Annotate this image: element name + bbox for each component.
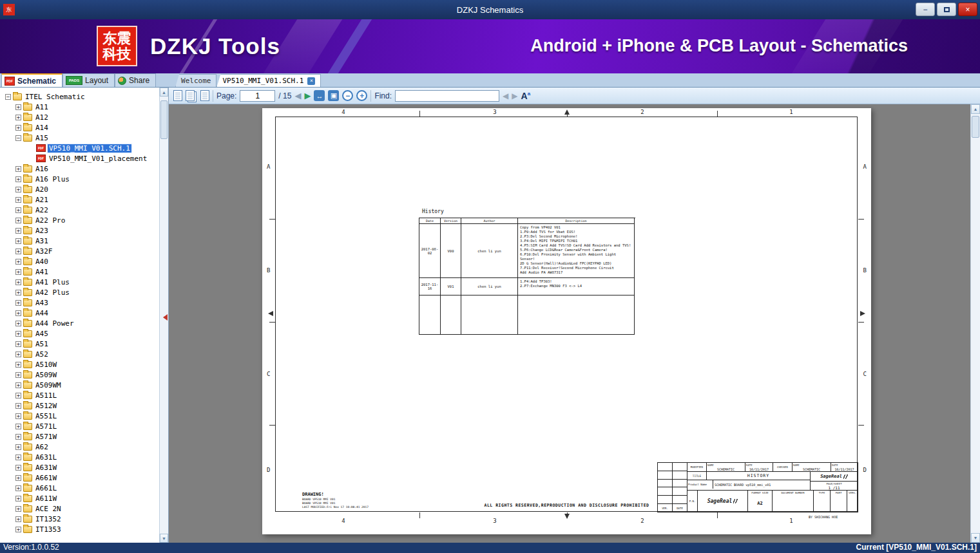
tree-expander-icon[interactable]: + (15, 279, 21, 285)
tree-item[interactable]: + A22 (0, 205, 159, 215)
tree-expander-icon[interactable]: + (15, 197, 21, 203)
pdf-viewer[interactable]: 4 3 2 1 4 3 2 1 A B C D A B C D (169, 104, 980, 543)
find-input[interactable] (395, 90, 499, 102)
two-page-view-icon[interactable] (186, 90, 195, 101)
tree-expander-icon[interactable]: − (15, 135, 21, 141)
tree-item[interactable]: + A571W (0, 431, 159, 442)
tree-item[interactable]: + A62 (0, 442, 159, 452)
tree-item[interactable]: + A44 Power (0, 318, 159, 328)
tree-expander-icon[interactable]: − (5, 94, 11, 100)
tree-item[interactable]: + A509WM (0, 380, 159, 390)
tree-expander-icon[interactable]: + (15, 176, 21, 182)
tree-item[interactable]: + A512W (0, 400, 159, 411)
tab-document[interactable]: VP510_MMI_V01.SCH.1 × (216, 74, 321, 87)
tree-item[interactable]: + A571L (0, 421, 159, 431)
maximize-button[interactable] (937, 3, 956, 16)
find-next-icon[interactable]: ▶ (512, 91, 517, 100)
tree-item[interactable]: + A43 (0, 297, 159, 308)
tree-expander-icon[interactable]: + (15, 290, 21, 295)
tree-expander-icon[interactable] (28, 145, 34, 151)
tree-expander-icon[interactable]: + (15, 125, 21, 131)
zoom-out-icon[interactable]: − (342, 90, 353, 101)
tree-expander-icon[interactable]: + (15, 372, 21, 378)
tree-expander-icon[interactable]: + (15, 424, 21, 429)
scroll-up-icon[interactable]: ▲ (160, 88, 168, 97)
tree-expander-icon[interactable]: + (15, 496, 21, 501)
tree-expander-icon[interactable]: + (15, 413, 21, 419)
tree-item[interactable]: + A14 (0, 122, 159, 133)
tree-item[interactable]: + A16 (0, 164, 159, 174)
tree-item[interactable]: + A22 Pro (0, 215, 159, 225)
tree-item[interactable]: + A12 (0, 112, 159, 122)
tree-item[interactable]: + A41 Plus (0, 277, 159, 287)
tree-item[interactable]: + A11 (0, 102, 159, 112)
zoom-in-icon[interactable]: + (356, 90, 367, 101)
tree-item[interactable]: + A51 (0, 339, 159, 349)
sidebar-collapse-icon[interactable] (163, 314, 168, 321)
viewer-scrollbar[interactable]: ▲ ▼ (970, 104, 980, 543)
tree-expander-icon[interactable]: + (15, 506, 21, 512)
tree-expander-icon[interactable]: + (15, 444, 21, 450)
viewer-scrollbar-thumb[interactable] (972, 116, 979, 138)
close-tab-icon[interactable]: × (307, 77, 315, 85)
tree-item[interactable]: + A44 (0, 308, 159, 318)
tree-expander-icon[interactable]: + (15, 218, 21, 223)
tree-item[interactable]: PDF VP510_MMI_V01_placement (0, 153, 159, 164)
tree-expander-icon[interactable]: + (15, 362, 21, 368)
tree-expander-icon[interactable]: + (15, 393, 21, 398)
tree-item[interactable]: + A611W (0, 493, 159, 503)
text-size-icon[interactable]: Aa (521, 91, 531, 101)
tree-expander-icon[interactable]: + (15, 238, 21, 244)
scroll-down-icon[interactable]: ▼ (971, 533, 980, 543)
tree-expander-icon[interactable]: + (15, 331, 21, 337)
tab-welcome[interactable]: Welcome (175, 74, 216, 87)
sidebar-scrollbar-thumb[interactable] (160, 100, 168, 139)
tree-item[interactable]: + A42 Plus (0, 287, 159, 297)
tree-expander-icon[interactable]: + (15, 475, 21, 481)
tree-expander-icon[interactable]: + (15, 341, 21, 347)
tree-item[interactable]: + A509W (0, 370, 159, 380)
tab-schematic[interactable]: PDF Schematic (1, 73, 62, 87)
fit-page-icon[interactable]: ▣ (328, 90, 339, 101)
tree-item[interactable]: − A15 (0, 133, 159, 143)
tree-item[interactable]: + A52 (0, 349, 159, 359)
tree-item[interactable]: + A40 (0, 256, 159, 267)
tree-expander-icon[interactable]: + (15, 310, 21, 316)
tree-item[interactable]: + ACE 2N (0, 503, 159, 514)
tree-expander-icon[interactable]: + (15, 300, 21, 306)
tree-item[interactable]: + A661W (0, 473, 159, 483)
next-page-icon[interactable]: ▶ (304, 91, 311, 100)
tree-item[interactable]: + A41 (0, 267, 159, 277)
scroll-up-icon[interactable]: ▲ (971, 104, 980, 114)
page-copy-icon[interactable] (200, 90, 209, 101)
tree-item[interactable]: + A31 (0, 236, 159, 246)
tab-share[interactable]: Share (115, 73, 156, 87)
tree-expander-icon[interactable]: + (15, 321, 21, 326)
tree-expander-icon[interactable] (28, 156, 34, 162)
tree-item[interactable]: + A510W (0, 359, 159, 370)
tree-expander-icon[interactable]: + (15, 269, 21, 275)
tree-item[interactable]: + A45 (0, 328, 159, 339)
tree-expander-icon[interactable]: + (15, 382, 21, 388)
tree-item[interactable]: + A20 (0, 184, 159, 194)
tree-expander-icon[interactable]: + (15, 187, 21, 192)
tree-expander-icon[interactable]: + (15, 166, 21, 172)
tab-layout[interactable]: PADS Layout (62, 73, 115, 87)
tree-expander-icon[interactable]: + (15, 104, 21, 110)
tree-expander-icon[interactable]: + (15, 516, 21, 522)
tree-item[interactable]: + IT1353 (0, 524, 159, 534)
tree-item[interactable]: + A16 Plus (0, 174, 159, 184)
tree-item[interactable]: + A551L (0, 411, 159, 421)
tree-expander-icon[interactable]: + (15, 403, 21, 409)
tree-expander-icon[interactable]: + (15, 248, 21, 254)
close-button[interactable]: × (958, 3, 977, 16)
tree-item[interactable]: + A21 (0, 194, 159, 205)
tree-expander-icon[interactable]: + (15, 115, 21, 120)
tree-expander-icon[interactable]: + (15, 259, 21, 265)
tree-expander-icon[interactable]: + (15, 465, 21, 471)
tree-expander-icon[interactable]: + (15, 527, 21, 532)
tree-item[interactable]: + A631W (0, 462, 159, 473)
minimize-button[interactable]: − (916, 3, 935, 16)
tree-expander-icon[interactable]: + (15, 455, 21, 460)
fit-width-icon[interactable]: ↔ (314, 90, 325, 101)
